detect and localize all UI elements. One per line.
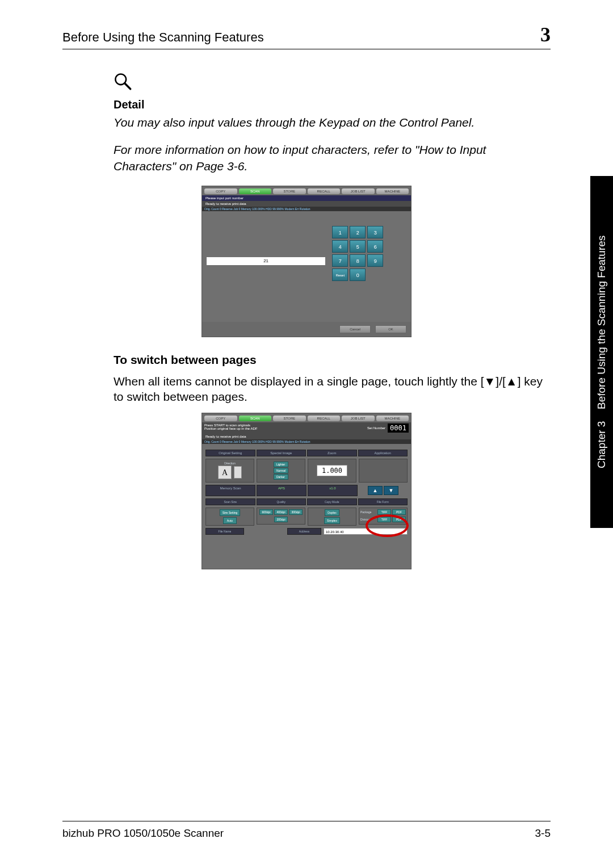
screenshot-scan-settings: COPYSCANSTORERECALLJOB LISTMACHINE Press…: [201, 413, 412, 569]
keypad-key-7[interactable]: 7: [332, 254, 348, 267]
density-darker[interactable]: Darker: [274, 474, 288, 480]
side-tab: Chapter 3 Before Using the Scanning Feat…: [590, 176, 613, 528]
dpi-300dpi[interactable]: 300dpi: [289, 509, 303, 515]
section-copy-mode[interactable]: Copy Mode: [307, 498, 357, 505]
zoom-value: 1.000: [317, 465, 347, 476]
x1-button[interactable]: x1.0: [308, 485, 358, 496]
port-number-input[interactable]: 21: [207, 257, 325, 265]
tab-copy[interactable]: COPY: [204, 188, 237, 194]
footer-page: 3-5: [535, 827, 551, 840]
keypad-blank: [367, 269, 383, 281]
screenshot-port-input: COPYSCANSTORERECALLJOB LISTMACHINE Pleas…: [201, 186, 412, 337]
orientation-icon[interactable]: [234, 466, 242, 479]
side-tab-chapter: Chapter 3: [595, 421, 608, 468]
tab-copy[interactable]: COPY: [204, 416, 237, 421]
memory-scan-button[interactable]: Memory Scan: [205, 485, 255, 496]
ss2-msg2: Position original face up in the ADF: [204, 427, 257, 430]
mode-duplex[interactable]: Duplex: [325, 509, 339, 516]
fileform-label-division: Division: [360, 518, 376, 521]
auto-button[interactable]: Auto: [223, 517, 237, 524]
detail-line-2: For more information on how to input cha…: [114, 142, 551, 174]
panel-tab-application[interactable]: Application: [358, 450, 408, 456]
section-scan-size[interactable]: Scan Size: [205, 498, 255, 505]
fileform-package-pdf[interactable]: PDF: [392, 509, 406, 515]
detail-line-1: You may also input values through the Ke…: [114, 115, 551, 131]
fileform-label-package: Package: [360, 510, 376, 514]
keypad-key-9[interactable]: 9: [367, 254, 383, 267]
keypad-key-6[interactable]: 6: [367, 240, 383, 253]
side-tab-text: Before Using the Scanning Features: [595, 236, 608, 409]
set-number-value: 0001: [388, 423, 409, 433]
ss1-meter: Orig. Count 0 Reserve Job 0 Memory 100.0…: [202, 207, 411, 211]
direction-value[interactable]: A: [218, 466, 232, 479]
tab-scan[interactable]: SCAN: [239, 416, 272, 421]
tab-machine[interactable]: MACHINE: [376, 416, 409, 421]
panel-tab-special-image[interactable]: Special Image: [257, 450, 306, 456]
panel-tab-original-setting[interactable]: Original Setting: [205, 450, 255, 456]
ss2-msg1: Press START to scan originals: [204, 423, 257, 427]
mode-simplex[interactable]: Simplex: [324, 517, 340, 524]
tab-job-list[interactable]: JOB LIST: [342, 188, 375, 194]
keypad-key-reset[interactable]: Reset: [332, 269, 348, 281]
ss2-meter: Orig. Count 0 Reserve Job 0 Memory 100.0…: [202, 439, 411, 444]
tab-job-list[interactable]: JOB LIST: [342, 416, 375, 421]
section-quality[interactable]: Quality: [257, 498, 306, 505]
footer-product: bizhub PRO 1050/1050e Scanner: [62, 827, 224, 840]
tab-scan[interactable]: SCAN: [239, 188, 272, 194]
tab-recall[interactable]: RECALL: [308, 188, 341, 194]
fileform-division-pdf[interactable]: PDF: [392, 517, 406, 522]
dpi-200dpi[interactable]: 200dpi: [274, 517, 288, 522]
size-setting-button[interactable]: Size Setting: [220, 509, 241, 516]
address-button[interactable]: Address: [287, 528, 321, 535]
chapter-number: 3: [540, 23, 551, 47]
section-paragraph: When all items cannot be displayed in a …: [114, 374, 551, 405]
dpi-600dpi[interactable]: 600dpi: [259, 509, 273, 515]
svg-line-1: [125, 83, 131, 89]
keypad-key-5[interactable]: 5: [350, 240, 366, 253]
tab-store[interactable]: STORE: [273, 416, 306, 421]
application-panel: [359, 459, 408, 483]
section-heading: To switch between pages: [114, 353, 551, 367]
ss1-message: Please input port number: [202, 195, 411, 201]
ss2-status: Ready to receive print data: [202, 434, 411, 439]
fileform-package-tiff[interactable]: TIFF: [377, 509, 391, 515]
keypad-key-8[interactable]: 8: [350, 254, 366, 267]
keypad-key-3[interactable]: 3: [367, 226, 383, 238]
tab-store[interactable]: STORE: [273, 188, 306, 194]
density-normal[interactable]: Normal: [274, 468, 288, 473]
direction-label: Direction: [224, 462, 236, 465]
density-lighter[interactable]: Lighter: [274, 462, 288, 467]
detail-heading: Detail: [114, 98, 551, 111]
keypad-key-0[interactable]: 0: [350, 269, 366, 281]
set-number-label: Set Number: [367, 426, 385, 430]
tab-recall[interactable]: RECALL: [308, 416, 341, 421]
fileform-division-tiff[interactable]: TIFF: [377, 517, 391, 522]
page-down-arrow[interactable]: ▼: [384, 486, 398, 495]
magnifier-icon: [114, 72, 551, 94]
keypad-key-1[interactable]: 1: [332, 226, 348, 238]
aps-button[interactable]: APS: [257, 485, 306, 496]
section-file-form[interactable]: File Form: [358, 498, 408, 505]
ss1-status: Ready to receive print data: [202, 201, 411, 207]
page-up-arrow[interactable]: ▲: [368, 486, 383, 495]
ok-button[interactable]: OK: [375, 325, 406, 333]
filename-button[interactable]: File Name: [205, 528, 244, 535]
page-header-title: Before Using the Scanning Features: [62, 30, 264, 45]
address-value[interactable]: 10.20.30.40: [324, 528, 408, 535]
tab-machine[interactable]: MACHINE: [376, 188, 409, 194]
keypad-key-4[interactable]: 4: [332, 240, 348, 253]
dpi-400dpi[interactable]: 400dpi: [274, 509, 288, 515]
panel-tab-zoom[interactable]: Zoom: [307, 450, 357, 456]
keypad-key-2[interactable]: 2: [350, 226, 366, 238]
cancel-button[interactable]: Cancel: [339, 325, 371, 333]
